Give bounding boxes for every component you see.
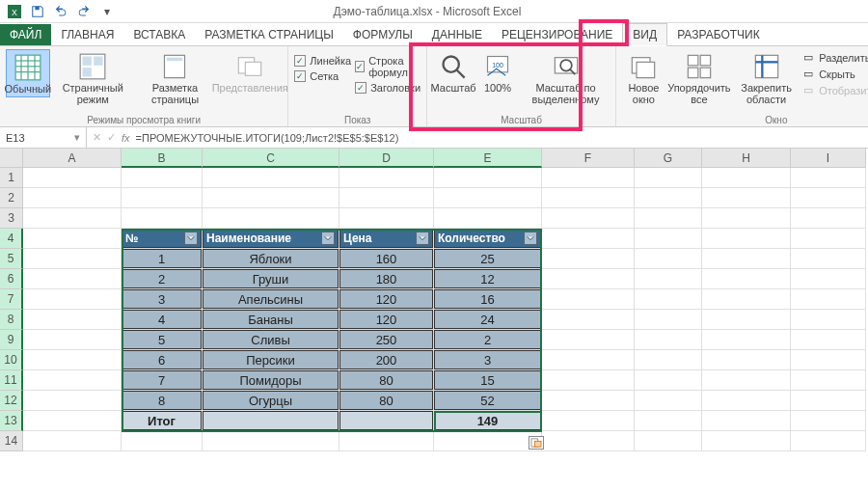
cell[interactable] (791, 208, 866, 229)
ruler-checkbox[interactable]: ✓Линейка (294, 55, 351, 67)
cell[interactable] (702, 370, 791, 391)
cell[interactable] (635, 289, 702, 310)
select-all-corner[interactable] (0, 149, 23, 168)
col-header[interactable]: G (635, 149, 702, 168)
cell[interactable] (635, 350, 702, 370)
cell[interactable]: 15 (434, 370, 542, 391)
tab-data[interactable]: ДАННЫЕ (422, 24, 492, 45)
cell[interactable]: 25 (434, 249, 542, 269)
cell[interactable] (23, 289, 122, 310)
cell[interactable] (791, 269, 866, 289)
page-layout-button[interactable]: Разметка страницы (136, 49, 214, 107)
custom-views-button[interactable]: Представления (218, 49, 282, 95)
arrange-button[interactable]: Упорядочить все (669, 49, 729, 107)
cell[interactable]: Итог (122, 411, 203, 431)
cell[interactable] (434, 431, 542, 451)
hide-button[interactable]: ▭Скрыть (803, 68, 868, 80)
cell[interactable]: 52 (434, 391, 542, 411)
cell[interactable] (339, 188, 434, 208)
table-data-cell[interactable]: 120 (339, 289, 433, 309)
cell[interactable]: Наименование (203, 229, 339, 249)
cell[interactable]: 8 (122, 391, 203, 411)
cell[interactable]: Апельсины (203, 289, 339, 310)
tab-developer[interactable]: РАЗРАБОТЧИК (667, 24, 770, 45)
col-header[interactable]: E (434, 149, 542, 168)
table-data-cell[interactable]: 180 (339, 269, 433, 288)
filter-dropdown-icon[interactable] (524, 232, 537, 245)
cell[interactable]: Помидоры (203, 370, 339, 391)
cell[interactable] (635, 391, 702, 411)
cell[interactable] (542, 370, 635, 391)
cell[interactable]: Количество (434, 229, 542, 249)
table-data-cell[interactable]: Персики (203, 350, 339, 369)
tab-home[interactable]: ГЛАВНАЯ (51, 24, 123, 45)
cell[interactable] (702, 411, 791, 431)
cell[interactable] (23, 330, 122, 350)
cell[interactable] (791, 330, 866, 350)
cell[interactable]: 6 (122, 350, 203, 370)
cell[interactable] (791, 249, 866, 269)
row-header[interactable]: 13 (0, 411, 23, 431)
row-header[interactable]: 1 (0, 168, 23, 188)
table-data-cell[interactable]: 12 (434, 269, 541, 288)
table-footer-cell[interactable] (339, 411, 433, 430)
col-header[interactable]: H (702, 149, 791, 168)
cell[interactable] (339, 168, 434, 188)
cell[interactable]: 149 (434, 411, 542, 431)
col-header[interactable]: C (203, 149, 339, 168)
cell[interactable] (542, 289, 635, 310)
cell[interactable] (339, 411, 434, 431)
cell[interactable]: 7 (122, 370, 203, 391)
cell[interactable] (702, 229, 791, 249)
cell[interactable] (23, 208, 122, 229)
cell[interactable] (702, 269, 791, 289)
table-data-cell[interactable]: 250 (339, 330, 433, 349)
filter-dropdown-icon[interactable] (184, 232, 198, 245)
table-data-cell[interactable]: Груши (203, 269, 339, 288)
cell[interactable]: 1 (122, 249, 203, 269)
cell[interactable] (791, 411, 866, 431)
col-header[interactable]: A (23, 149, 122, 168)
paste-options-icon[interactable] (529, 436, 544, 450)
filter-dropdown-icon[interactable] (416, 232, 429, 245)
table-data-cell[interactable]: 52 (434, 391, 541, 410)
cell[interactable] (635, 411, 702, 431)
cell[interactable]: 80 (339, 391, 434, 411)
row-header[interactable]: 10 (0, 350, 23, 370)
row-header[interactable]: 8 (0, 310, 23, 330)
table-data-cell[interactable]: 6 (122, 350, 202, 369)
filter-dropdown-icon[interactable] (321, 232, 335, 245)
cell[interactable] (635, 330, 702, 350)
table-header-cell[interactable]: Наименование (203, 229, 339, 248)
row-header[interactable]: 11 (0, 370, 23, 391)
cell[interactable] (23, 310, 122, 330)
cell[interactable] (203, 431, 339, 451)
cell[interactable]: Персики (203, 350, 339, 370)
name-box[interactable]: E13▾ (0, 127, 87, 148)
formula-bar-checkbox[interactable]: ✓Строка формул (355, 55, 420, 78)
cell[interactable] (542, 431, 635, 451)
cell[interactable] (791, 370, 866, 391)
col-header[interactable]: B (122, 149, 203, 168)
cell[interactable]: 180 (339, 269, 434, 289)
cell[interactable] (702, 310, 791, 330)
cell[interactable] (635, 431, 702, 451)
cell[interactable] (635, 370, 702, 391)
cell[interactable] (542, 229, 635, 249)
row-header[interactable]: 6 (0, 269, 23, 289)
cell[interactable]: Сливы (203, 330, 339, 350)
cell[interactable] (542, 330, 635, 350)
cell[interactable] (203, 188, 339, 208)
redo-icon[interactable] (73, 3, 95, 20)
col-header[interactable]: F (542, 149, 635, 168)
table-data-cell[interactable]: Апельсины (203, 289, 339, 309)
table-data-cell[interactable]: 25 (434, 249, 541, 268)
cell[interactable] (434, 188, 542, 208)
cell[interactable] (791, 168, 866, 188)
cell[interactable] (339, 208, 434, 229)
cell[interactable]: 24 (434, 310, 542, 330)
cell[interactable] (23, 269, 122, 289)
cell[interactable] (702, 168, 791, 188)
table-data-cell[interactable]: 8 (122, 391, 202, 410)
cell[interactable] (702, 391, 791, 411)
